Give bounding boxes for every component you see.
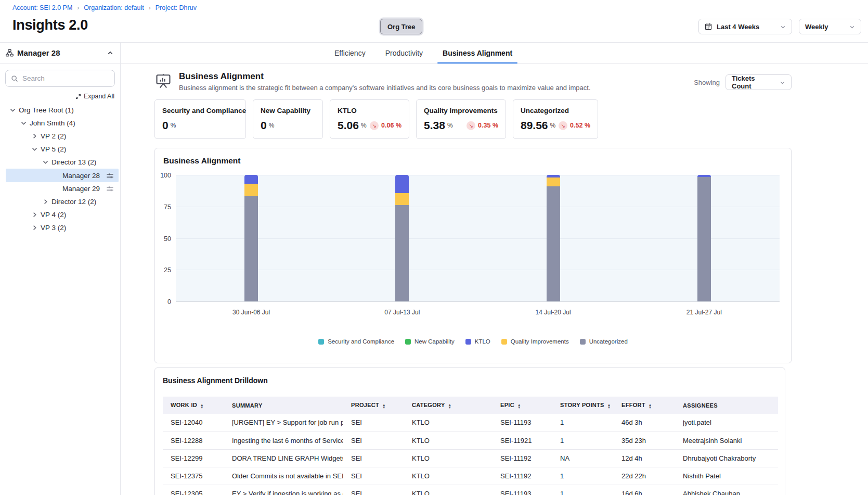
chart-title: Business Alignment [155, 148, 791, 166]
tree-item-label: Director 12 (2) [51, 198, 96, 206]
legend-item-quality-improvements[interactable]: Quality Improvements [501, 338, 569, 345]
metric-card-security-and-compliance[interactable]: Security and Compliance0% [154, 99, 246, 139]
breadcrumb-link[interactable]: Organization: default [84, 4, 144, 11]
metric-card-new-capability[interactable]: New Capability0% [253, 99, 323, 139]
sitemap-icon [6, 49, 14, 57]
trend-value: 0.06 % [381, 122, 401, 129]
legend-item-security-and-compliance[interactable]: Security and Compliance [318, 338, 394, 345]
cell-story-points: 1 [552, 431, 614, 449]
table-body: SEI-12040[URGENT] EY > Support for job r… [163, 414, 778, 495]
granularity-select[interactable]: Weekly [799, 19, 861, 34]
y-axis-tick: 75 [164, 204, 171, 211]
cell-story-points: NA [552, 449, 614, 467]
table-row[interactable]: SEI-12288Ingesting the last 6 months of … [163, 431, 778, 449]
bar-segment-uncategorized [697, 177, 711, 301]
tree-item-vp-5-2[interactable]: VP 5 (2) [6, 143, 119, 156]
table-row[interactable]: SEI-12375Older Commits is not available … [163, 467, 778, 485]
sort-icon[interactable]: ▲▼ [517, 403, 521, 409]
bar-segment-uncategorized [547, 186, 560, 301]
tree-item-manager-28[interactable]: Manager 28 [6, 169, 119, 182]
metric-title: Quality Improvements [424, 107, 498, 115]
tree-item-label: Director 13 (2) [51, 158, 96, 166]
trend-badge: ↘0.06 % [370, 121, 401, 130]
header-controls: Last 4 Weeks Weekly [698, 19, 861, 34]
tree-item-vp-2-2[interactable]: VP 2 (2) [6, 130, 119, 143]
column-header-epic[interactable]: EPIC▲▼ [493, 397, 552, 414]
bar-segment-ktlo [395, 175, 409, 193]
collapse-chevron-up-icon[interactable] [107, 50, 113, 56]
tab-productivity[interactable]: Productivity [382, 43, 426, 63]
cell-effort: 12d 4h [614, 449, 675, 467]
tree-item-vp-4-2[interactable]: VP 4 (2) [6, 208, 119, 221]
expand-all-button[interactable]: Expand All [0, 93, 114, 100]
tree-item-manager-29[interactable]: Manager 29 [6, 182, 119, 195]
legend-item-uncategorized[interactable]: Uncategorized [580, 338, 628, 345]
main-content: Business Alignment Business alignment is… [121, 64, 868, 495]
cell-work-id: SEI-12040 [163, 414, 224, 431]
x-axis-label: 21 Jul-27 Jul [686, 309, 722, 316]
sliders-icon[interactable] [106, 172, 114, 180]
column-header-assignees: ASSIGNEES [675, 397, 778, 414]
showing-select[interactable]: Tickets Count [726, 74, 792, 90]
tree-item-label: Org Tree Root (1) [19, 106, 74, 114]
tree-item-director-12-2[interactable]: Director 12 (2) [6, 195, 119, 208]
y-axis-tick: 50 [164, 235, 171, 243]
column-header-effort[interactable]: EFFORT▲▼ [614, 397, 675, 414]
tab-efficiency[interactable]: Efficiency [331, 43, 369, 63]
cell-effort: 46d 3h [614, 414, 675, 431]
column-header-story-points[interactable]: STORY POINTS▲▼ [552, 397, 614, 414]
table-row[interactable]: SEI-12305EY > Verify if ingestion is wor… [163, 485, 778, 495]
chart-legend: Security and ComplianceNew CapabilityKTL… [155, 338, 791, 345]
org-tree-button[interactable]: Org Tree [380, 19, 422, 34]
chevron-right-icon [42, 198, 49, 205]
cell-project: SEI [343, 485, 404, 495]
tree-item-vp-3-2[interactable]: VP 3 (2) [6, 221, 119, 234]
sidebar-header[interactable]: Manager 28 [0, 43, 120, 64]
cell-work-id: SEI-12375 [163, 467, 224, 485]
metric-unit: % [171, 122, 176, 129]
column-label: EFFORT [621, 402, 645, 408]
trend-down-icon: ↘ [559, 121, 567, 130]
cell-category: KTLO [404, 414, 493, 431]
metric-card-ktlo[interactable]: KTLO5.06%↘0.06 % [330, 99, 409, 139]
cell-epic: SEI-11193 [493, 485, 552, 495]
metric-title: Security and Compliance [162, 107, 238, 115]
cell-story-points: 1 [552, 414, 614, 431]
tree-item-org-tree-root-1[interactable]: Org Tree Root (1) [6, 104, 119, 117]
sort-icon[interactable]: ▲▼ [448, 403, 452, 409]
sort-icon[interactable]: ▲▼ [607, 403, 611, 409]
tree-item-director-13-2[interactable]: Director 13 (2) [6, 156, 119, 169]
calendar-icon [705, 23, 712, 30]
breadcrumb-link[interactable]: Account: SEI 2.0 PM [12, 4, 72, 11]
drilldown-table: WORK ID▲▼SUMMARYPROJECT▲▼CATEGORY▲▼EPIC▲… [163, 397, 778, 495]
table-row[interactable]: SEI-12299DORA TREND LINE GRAPH Widgets i… [163, 449, 778, 467]
tree-item-john-smith-4[interactable]: John Smith (4) [6, 117, 119, 130]
metric-unit: % [269, 122, 275, 129]
legend-item-ktlo[interactable]: KTLO [465, 338, 490, 345]
breadcrumb-link[interactable]: Project: Dhruv [156, 4, 197, 11]
date-range-select[interactable]: Last 4 Weeks [698, 19, 792, 34]
chevron-down-icon [780, 24, 786, 30]
table-row[interactable]: SEI-12040[URGENT] EY > Support for job r… [163, 414, 778, 431]
metric-card-uncategorized[interactable]: Uncategorized89.56%↘0.52 % [513, 99, 598, 139]
column-header-work-id[interactable]: WORK ID▲▼ [163, 397, 224, 414]
metric-card-quality-improvements[interactable]: Quality Improvements5.38%↘0.35 % [416, 99, 506, 139]
chevron-down-icon [20, 120, 27, 126]
legend-item-new-capability[interactable]: New Capability [405, 338, 455, 345]
tab-business-alignment[interactable]: Business Alignment [439, 43, 515, 63]
chart-bar-3[interactable] [547, 175, 560, 301]
metric-cards: Security and Compliance0%New Capability0… [154, 99, 868, 139]
search-input[interactable] [22, 74, 114, 82]
sort-icon[interactable]: ▲▼ [649, 403, 652, 409]
sort-icon[interactable]: ▲▼ [382, 403, 386, 409]
column-header-category[interactable]: CATEGORY▲▼ [404, 397, 493, 414]
chart-bar-2[interactable] [395, 175, 409, 301]
column-label: STORY POINTS [560, 402, 604, 408]
chevron-down-icon [42, 159, 49, 166]
chart-bar-4[interactable] [697, 175, 711, 301]
presentation-chart-icon [154, 72, 172, 90]
sort-icon[interactable]: ▲▼ [200, 403, 204, 409]
sliders-icon[interactable] [106, 185, 114, 193]
column-header-project[interactable]: PROJECT▲▼ [343, 397, 404, 414]
chart-bar-1[interactable] [244, 175, 258, 301]
